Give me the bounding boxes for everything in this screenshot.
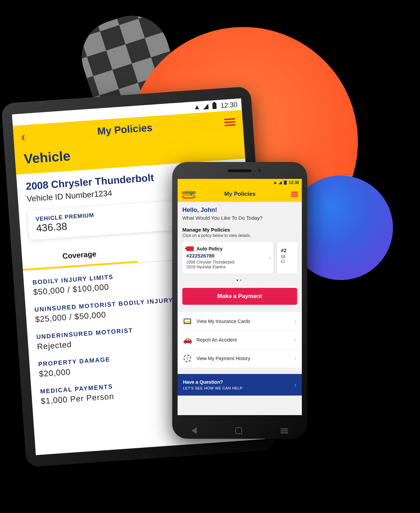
policy-card[interactable]: #2 55 Ci xyxy=(277,242,297,273)
policy-vehicle: Ci xyxy=(281,259,297,264)
action-list: View My Insurance Cards › 🚗 Report An Ac… xyxy=(178,312,302,368)
hamburger-menu-icon[interactable] xyxy=(224,118,235,126)
back-button[interactable]: ‹ xyxy=(21,130,26,143)
view-insurance-cards-row[interactable]: View My Insurance Cards › xyxy=(178,312,302,331)
phone-screen: 12:30 amigo INSURANCE My Policies Hello,… xyxy=(178,179,302,415)
smile-icon xyxy=(182,196,195,198)
phone-device-frame: 12:30 amigo INSURANCE My Policies Hello,… xyxy=(172,162,307,439)
policy-number: #2 xyxy=(281,247,297,253)
row-label: View My Payment History xyxy=(196,356,250,361)
nav-recent-icon[interactable] xyxy=(281,428,288,433)
chevron-right-icon: › xyxy=(294,336,296,344)
chevron-right-icon: › xyxy=(269,254,271,261)
row-label: Report An Accident xyxy=(196,337,237,343)
chevron-right-icon: › xyxy=(294,381,296,388)
policy-card[interactable]: Auto Policy #222526789 2008 Chrysler Thu… xyxy=(182,242,273,273)
battery-icon xyxy=(284,181,287,185)
accident-icon: 🚗 xyxy=(183,335,192,344)
phone-speaker xyxy=(228,169,252,172)
make-payment-button[interactable]: Make a Payment xyxy=(182,288,297,305)
page-title: My Policies xyxy=(97,122,153,137)
policy-vehicle: 2019 Hyundai Elantra xyxy=(186,265,269,269)
prompt-text: What Would You Like To Do Today? xyxy=(182,215,297,221)
battery-icon xyxy=(212,103,217,109)
hamburger-menu-icon[interactable] xyxy=(291,192,298,197)
policy-number: #222526789 xyxy=(186,253,269,259)
signal-icon xyxy=(279,181,282,184)
manage-policies-sub: Click on a policy below to view details. xyxy=(182,233,297,238)
question-sub: LET'S SEE HOW WE CAN HELP xyxy=(183,386,296,390)
wifi-icon xyxy=(195,105,199,109)
policy-vehicle: 2008 Chrysler Thunderbird xyxy=(186,260,269,265)
phone-topbar: amigo INSURANCE My Policies xyxy=(178,186,302,202)
policy-card-title: Auto Policy xyxy=(196,246,222,251)
signal-icon xyxy=(203,104,209,109)
android-nav-bar xyxy=(172,427,307,434)
phone-camera xyxy=(258,169,261,172)
chevron-right-icon: › xyxy=(294,355,296,362)
carousel-dots: ●● xyxy=(182,278,297,282)
nav-home-icon[interactable] xyxy=(235,427,242,434)
amigo-logo: amigo INSURANCE xyxy=(182,190,195,198)
auto-icon xyxy=(186,246,194,251)
nav-back-icon[interactable] xyxy=(191,427,197,434)
question-card[interactable]: Have a Question? LET'S SEE HOW WE CAN HE… xyxy=(178,374,302,396)
status-time: 12:30 xyxy=(220,101,238,109)
chevron-right-icon: › xyxy=(294,318,296,325)
row-label: View My Insurance Cards xyxy=(196,319,250,324)
id-card-icon xyxy=(184,319,191,324)
wifi-icon xyxy=(274,181,277,184)
status-time: 12:30 xyxy=(289,180,299,185)
question-heading: Have a Question? xyxy=(183,379,296,385)
policy-card-carousel[interactable]: Auto Policy #222526789 2008 Chrysler Thu… xyxy=(182,242,297,273)
greeting: Hello, John! xyxy=(182,207,297,214)
page-title: My Policies xyxy=(224,191,256,197)
phone-status-bar: 12:30 xyxy=(178,179,302,186)
policy-vehicle: 55 xyxy=(281,254,297,259)
report-accident-row[interactable]: 🚗 Report An Accident › xyxy=(178,331,302,349)
manage-policies-heading: Manage My Policies xyxy=(182,227,297,233)
history-dollar-icon: $ xyxy=(184,355,191,362)
payment-history-row[interactable]: $ View My Payment History › xyxy=(178,349,302,368)
